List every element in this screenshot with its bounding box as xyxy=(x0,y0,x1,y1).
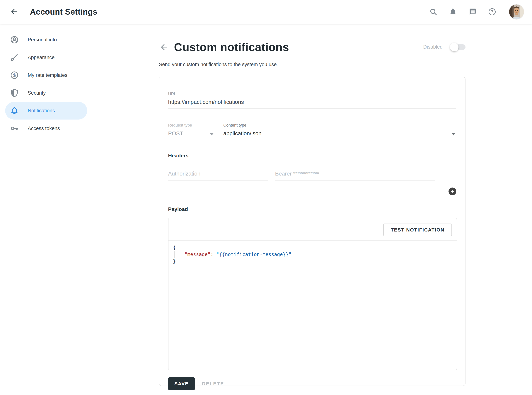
url-label: URL xyxy=(168,91,456,96)
headers-row xyxy=(168,164,456,199)
sidebar-item-my-rate-templates[interactable]: $ My rate templates xyxy=(5,66,87,84)
request-type-value: POST xyxy=(168,130,214,137)
notification-settings-card: URL Request type POST Content type appli… xyxy=(159,77,466,386)
sidebar-item-access-tokens[interactable]: Access tokens xyxy=(5,120,87,137)
help-icon[interactable]: ? xyxy=(487,7,497,17)
bell-icon xyxy=(10,106,19,115)
url-field-group: URL xyxy=(168,91,456,109)
key-icon xyxy=(10,124,19,133)
svg-text:$: $ xyxy=(13,72,16,78)
sidebar-item-label: Appearance xyxy=(28,55,55,60)
app-bar: Account Settings ? xyxy=(0,0,532,24)
test-notification-button[interactable]: TEST NOTIFICATION xyxy=(383,224,452,236)
plus-icon xyxy=(450,189,455,194)
page-title: Custom notifications xyxy=(174,40,289,54)
content-type-select[interactable]: Content type application/json xyxy=(223,123,456,140)
payload-section-title: Payload xyxy=(168,206,456,212)
person-circle-icon xyxy=(10,35,19,44)
add-header-button[interactable] xyxy=(449,187,456,195)
payload-toolbar: TEST NOTIFICATION xyxy=(168,218,457,241)
indent-guide xyxy=(174,251,174,258)
code-key: "message" xyxy=(185,252,211,257)
notifications-bell-icon[interactable] xyxy=(448,7,458,17)
chevron-down-icon xyxy=(210,133,214,135)
sidebar-item-security[interactable]: Security xyxy=(5,84,87,102)
sidebar-item-label: Access tokens xyxy=(28,126,60,131)
sidebar-item-personal-info[interactable]: Personal info xyxy=(5,31,87,49)
payload-code-area[interactable]: { "message": "{{notification-message}}" … xyxy=(168,241,457,370)
chevron-down-icon xyxy=(451,133,456,135)
chat-icon[interactable] xyxy=(467,7,478,17)
sidebar-item-label: Security xyxy=(28,90,46,96)
content-type-value: application/json xyxy=(223,130,456,137)
code-line: { xyxy=(173,244,457,251)
delete-button[interactable]: DELETE xyxy=(202,381,224,387)
page-subtitle: Send your custom notifications to the sy… xyxy=(159,62,466,67)
headers-section-title: Headers xyxy=(168,153,456,159)
shield-icon xyxy=(10,88,19,97)
toggle-state-label: Disabled xyxy=(423,44,443,50)
enable-toggle[interactable] xyxy=(451,44,466,50)
settings-sidebar: Personal info Appearance $ My rate templ… xyxy=(0,24,92,395)
code-value: "{{notification-message}}" xyxy=(216,252,292,257)
request-type-select[interactable]: Request type POST xyxy=(168,123,214,140)
back-arrow-icon[interactable] xyxy=(8,6,20,18)
user-avatar[interactable] xyxy=(509,5,524,19)
dollar-circle-icon: $ xyxy=(10,71,19,80)
content-type-label: Content type xyxy=(223,123,456,128)
save-button[interactable]: SAVE xyxy=(168,377,195,390)
sidebar-item-label: My rate templates xyxy=(28,72,67,78)
brush-icon xyxy=(10,53,19,62)
header-key-input[interactable] xyxy=(168,170,268,181)
request-type-label: Request type xyxy=(168,123,214,128)
sidebar-item-notifications[interactable]: Notifications xyxy=(5,102,87,120)
code-line: } xyxy=(173,258,457,265)
url-input[interactable] xyxy=(168,99,456,109)
code-line: "message": "{{notification-message}}" xyxy=(173,251,457,258)
sidebar-item-appearance[interactable]: Appearance xyxy=(5,49,87,66)
toggle-knob xyxy=(450,43,458,51)
header-value-input[interactable] xyxy=(275,170,435,181)
sidebar-item-label: Notifications xyxy=(28,108,55,114)
search-icon[interactable] xyxy=(428,7,439,17)
app-title: Account Settings xyxy=(30,7,97,16)
main-content: Custom notifications Disabled Send your … xyxy=(92,24,532,395)
sidebar-item-label: Personal info xyxy=(28,37,57,43)
payload-editor: TEST NOTIFICATION { "message": "{{notifi… xyxy=(168,218,457,370)
svg-text:?: ? xyxy=(491,9,494,14)
page-back-arrow-icon[interactable] xyxy=(159,42,169,52)
